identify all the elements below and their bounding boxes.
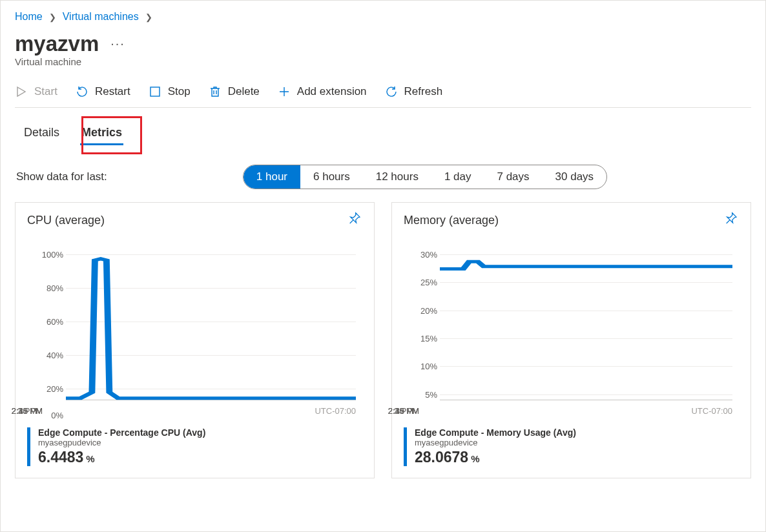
stop-icon <box>149 85 161 98</box>
ytick: 40% <box>47 351 63 360</box>
legend-resource: myasegpudevice <box>415 438 576 447</box>
command-bar: Start Restart Stop Delete Add extension … <box>15 80 751 108</box>
ytick: 15% <box>420 334 437 343</box>
time-range-row: Show data for last: 1 hour 6 hours 12 ho… <box>16 165 751 189</box>
time-range-label: Show data for last: <box>16 170 107 183</box>
ytick: 20% <box>420 305 437 315</box>
memory-chart: 30% 25% 20% 15% 10% 5% 2:15 PM 2:30 PM 2… <box>404 254 739 422</box>
cpu-legend: Edge Compute - Percentage CPU (Avg) myas… <box>27 427 362 466</box>
cpu-series-line <box>66 254 356 400</box>
resource-type-label: Virtual machine <box>15 56 751 67</box>
time-range-picker: 1 hour 6 hours 12 hours 1 day 7 days 30 … <box>243 165 607 189</box>
ytick: 30% <box>420 250 437 260</box>
xtick: 3 PM <box>17 406 37 416</box>
range-30-days[interactable]: 30 days <box>543 165 607 189</box>
pin-icon <box>725 212 739 226</box>
range-12-hours[interactable]: 12 hours <box>363 165 431 189</box>
breadcrumb-home[interactable]: Home <box>15 11 43 23</box>
tab-details[interactable]: Details <box>23 122 61 145</box>
metrics-cards: CPU (average) 100% 80% 60% 40% 20% 0% 2: <box>15 202 751 478</box>
ytick: 100% <box>42 250 63 260</box>
chevron-right-icon: ❯ <box>145 12 152 22</box>
page-header: myazvm ··· <box>15 32 751 56</box>
ytick: 10% <box>420 362 437 371</box>
ytick: 80% <box>47 283 63 293</box>
legend-metric: Edge Compute - Percentage CPU (Avg) <box>38 427 205 438</box>
refresh-button[interactable]: Refresh <box>385 85 443 98</box>
range-1-day[interactable]: 1 day <box>431 165 484 189</box>
cpu-card: CPU (average) 100% 80% 60% 40% 20% 0% 2: <box>15 202 375 478</box>
pin-icon <box>348 212 362 226</box>
svg-marker-0 <box>17 87 25 96</box>
start-button: Start <box>15 85 57 98</box>
memory-card-title: Memory (average) <box>404 214 499 227</box>
legend-unit: % <box>471 453 479 464</box>
range-7-days[interactable]: 7 days <box>484 165 542 189</box>
refresh-icon <box>385 85 398 98</box>
delete-button[interactable]: Delete <box>209 85 260 98</box>
legend-resource: myasegpudevice <box>38 438 205 447</box>
delete-icon <box>209 85 222 98</box>
legend-value: 28.0678 <box>415 449 468 466</box>
memory-series-line <box>440 254 732 400</box>
ytick: 5% <box>425 389 437 399</box>
stop-button[interactable]: Stop <box>149 85 191 98</box>
memory-card: Memory (average) 30% 25% 20% 15% 10% 5% … <box>391 202 751 478</box>
range-6-hours[interactable]: 6 hours <box>300 165 363 189</box>
restart-icon <box>76 85 88 98</box>
legend-value: 6.4483 <box>38 449 83 466</box>
ytick: 20% <box>47 384 63 394</box>
restart-button[interactable]: Restart <box>76 85 130 98</box>
annotation-highlight <box>81 116 142 154</box>
breadcrumb: Home ❯ Virtual machines ❯ <box>15 11 751 23</box>
range-1-hour[interactable]: 1 hour <box>243 165 300 189</box>
xtick: 3 PM <box>394 406 413 416</box>
page-title: myazvm <box>15 32 99 56</box>
more-actions-icon[interactable]: ··· <box>110 36 125 51</box>
svg-rect-1 <box>150 87 160 96</box>
breadcrumb-virtual-machines[interactable]: Virtual machines <box>63 11 139 23</box>
ytick: 25% <box>420 278 437 287</box>
add-extension-button[interactable]: Add extension <box>278 85 367 98</box>
legend-metric: Edge Compute - Memory Usage (Avg) <box>415 427 576 438</box>
timezone-label: UTC-07:00 <box>691 406 732 416</box>
pin-button[interactable] <box>725 212 739 229</box>
cpu-card-title: CPU (average) <box>27 214 105 227</box>
play-icon <box>15 85 28 98</box>
legend-unit: % <box>86 453 94 464</box>
ytick: 60% <box>47 317 63 327</box>
pin-button[interactable] <box>348 212 362 229</box>
timezone-label: UTC-07:00 <box>315 406 356 416</box>
plus-icon <box>278 85 291 98</box>
chevron-right-icon: ❯ <box>49 12 56 22</box>
cpu-chart: 100% 80% 60% 40% 20% 0% 2:15 PM 2:30 PM … <box>27 254 362 422</box>
ytick: 0% <box>51 411 63 420</box>
memory-legend: Edge Compute - Memory Usage (Avg) myaseg… <box>404 427 739 466</box>
